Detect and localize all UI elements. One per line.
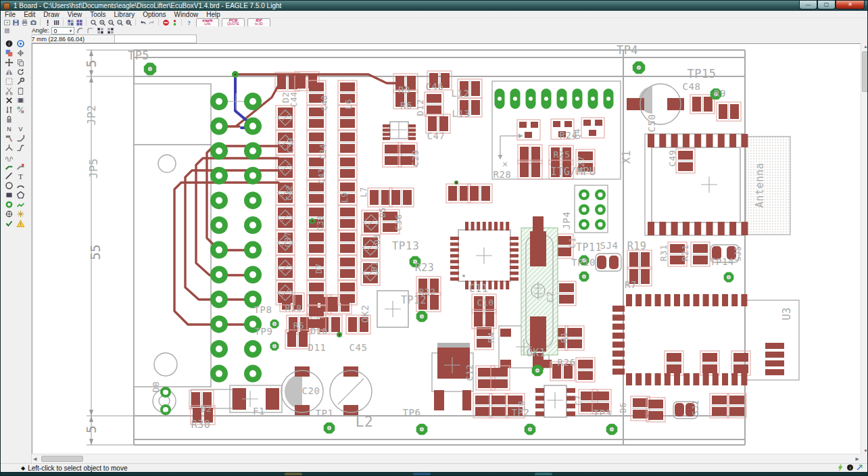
svg-text:SJ5: SJ5 — [733, 245, 743, 261]
tool-signal-button[interactable] — [15, 199, 26, 209]
menu-view[interactable]: View — [64, 11, 87, 18]
menu-window[interactable]: Window — [170, 11, 203, 18]
svg-text:OK2: OK2 — [360, 305, 370, 323]
vscroll-thumb[interactable] — [862, 51, 868, 92]
tool-optimize-button[interactable] — [15, 143, 26, 152]
maximize-button[interactable]: ▢ — [817, 1, 836, 9]
undo-button[interactable] — [139, 18, 147, 26]
bend-style-b-button[interactable] — [86, 26, 95, 34]
idf-to-3d-button[interactable]: IDFto 3D — [247, 18, 270, 27]
menu-library[interactable]: Library — [110, 11, 139, 18]
window-title: 1 Board - C:\Users\hst\Documents\eagle\D… — [14, 2, 281, 9]
svg-text:D3: D3 — [372, 234, 382, 244]
menu-draw[interactable]: Draw — [39, 11, 63, 18]
tool-info-button[interactable]: i — [3, 39, 15, 48]
tool-via-button[interactable] — [3, 199, 15, 209]
svg-text:JP5: JP5 — [87, 158, 100, 178]
vertical-scrollbar[interactable]: ▲ ▼ — [861, 43, 868, 454]
wire-bend-group-1-button[interactable] — [96, 26, 105, 34]
tool-ripup-button[interactable] — [15, 162, 26, 171]
redo-button[interactable] — [147, 18, 156, 26]
command-input[interactable] — [114, 34, 197, 43]
angle-combobox[interactable]: 0▼ — [51, 27, 74, 34]
zoom-in-button[interactable] — [98, 18, 107, 26]
tool-delete-button[interactable] — [3, 95, 15, 105]
tool-value-button[interactable]: V — [15, 124, 26, 133]
svg-text:R6: R6 — [400, 100, 412, 111]
svg-text:TP12: TP12 — [401, 294, 427, 306]
zoom-fit-button[interactable] — [89, 18, 98, 26]
tool-hole-button[interactable] — [3, 209, 15, 218]
tool-rotate-button[interactable] — [15, 67, 26, 76]
zoom-out-button[interactable] — [107, 18, 116, 26]
open-board-button[interactable] — [3, 18, 11, 26]
menu-file[interactable]: File — [1, 11, 20, 18]
svg-text:D11: D11 — [308, 342, 327, 353]
eagle-link-button[interactable]: eagleLink — [196, 18, 219, 27]
tool-errors-button[interactable]: ! — [15, 218, 26, 228]
tool-lock-button[interactable] — [3, 114, 15, 124]
hscroll-thumb[interactable] — [41, 456, 83, 462]
grid-toggle-button[interactable] — [3, 26, 11, 34]
pcb-quote-button[interactable]: PCBQUOTE — [222, 18, 245, 27]
grid-settings-button[interactable] — [66, 18, 75, 26]
tool-pinswap-button[interactable] — [3, 105, 15, 114]
tool-text-button[interactable]: T — [15, 171, 26, 181]
svg-text:TP10: TP10 — [571, 257, 596, 268]
run-script-button[interactable] — [43, 18, 52, 26]
print-button[interactable] — [20, 18, 29, 26]
tool-route-button[interactable] — [3, 162, 15, 171]
svg-text:L2: L2 — [356, 414, 373, 430]
tool-replace-button[interactable] — [15, 105, 26, 114]
cam-processor-button[interactable] — [29, 18, 38, 26]
stop-command-button[interactable] — [162, 18, 170, 26]
tool-polygon-button[interactable] — [15, 190, 26, 199]
tool-mark-button[interactable] — [15, 48, 26, 57]
tool-cut-button[interactable] — [3, 86, 15, 95]
save-button[interactable] — [11, 18, 20, 26]
coordinate-row: 1.27 mm (22.86 66.04) — [20, 34, 197, 43]
minimize-button[interactable]: — — [799, 1, 817, 9]
tool-show-button[interactable] — [15, 39, 26, 48]
bend-style-a-button[interactable] — [76, 26, 85, 34]
menu-help[interactable]: Help — [202, 11, 224, 18]
title-bar[interactable]: 1 Board - C:\Users\hst\Documents\eagle\D… — [1, 1, 867, 11]
windows-taskbar[interactable] — [1, 472, 867, 476]
zoom-redraw-button[interactable] — [116, 18, 124, 26]
tool-arc-button[interactable] — [15, 181, 26, 190]
menu-edit[interactable]: Edit — [20, 11, 39, 18]
tool-copy-button[interactable] — [15, 57, 26, 67]
run-ulp-button[interactable] — [52, 18, 61, 26]
tool-move-button[interactable] — [3, 57, 15, 67]
menu-tools[interactable]: Tools — [86, 11, 110, 18]
svg-text:ITG/MPU: ITG/MPU — [551, 166, 596, 178]
tool-paste-button[interactable] — [15, 86, 26, 95]
menu-bar: FileEditDrawViewToolsLibraryOptionsWindo… — [1, 11, 867, 18]
horizontal-scrollbar[interactable]: ◀ ▶ — [32, 454, 861, 463]
svg-text:C44: C44 — [289, 91, 299, 107]
tool-display-button[interactable] — [3, 48, 15, 57]
tool-meander-button[interactable] — [3, 152, 15, 162]
tool-mirror-button[interactable] — [3, 67, 15, 76]
close-button[interactable]: ✕ — [836, 1, 865, 9]
tool-wire-button[interactable] — [3, 171, 15, 181]
tool-split-button[interactable] — [3, 143, 15, 152]
help-button[interactable]: ? — [185, 18, 193, 26]
svg-text:R21: R21 — [680, 245, 690, 262]
board-canvas[interactable]: 5555×TP5TP4TP15C48R9C50X1C49AntennaJP2JP… — [32, 43, 861, 454]
display-layers-button[interactable] — [75, 18, 84, 26]
stop-go-button[interactable] — [170, 18, 179, 26]
tool-drc-button[interactable] — [3, 218, 15, 228]
menu-options[interactable]: Options — [139, 11, 170, 18]
tool-circle-button[interactable] — [3, 181, 15, 190]
tool-smash-button[interactable] — [3, 133, 15, 143]
wire-bend-group-2-button[interactable] — [106, 26, 115, 34]
zoom-select-button[interactable] — [124, 18, 133, 26]
tool-name-button[interactable]: N — [3, 124, 15, 133]
tool-add-button[interactable] — [15, 95, 26, 105]
tool-ratsnest-button[interactable] — [15, 209, 26, 218]
tool-change-button[interactable] — [15, 76, 26, 86]
tool-rect-button[interactable] — [3, 190, 15, 199]
tool-miter-button[interactable] — [15, 133, 26, 143]
tool-group-button[interactable] — [3, 76, 15, 86]
